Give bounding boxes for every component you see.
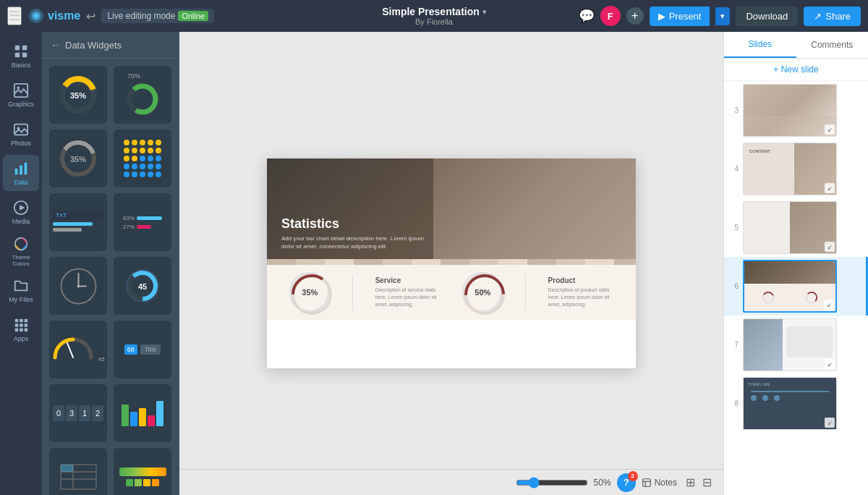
zoom-slider[interactable] bbox=[516, 477, 588, 488]
stat-block-1: 35% bbox=[289, 272, 330, 313]
canvas-area[interactable]: Statistics Add your bar chart detail des… bbox=[179, 32, 723, 495]
share-button[interactable]: ↗ Share bbox=[804, 7, 861, 26]
svg-rect-23 bbox=[15, 328, 19, 331]
data-icon bbox=[13, 161, 29, 177]
widgets-panel: ← Data Widgets 35% 70% bbox=[42, 32, 179, 495]
sidebar-item-graphics[interactable]: Graphics bbox=[3, 77, 39, 113]
slide-thumb-row-6[interactable]: 6 ↙ bbox=[724, 257, 868, 316]
widget-donut-gray[interactable]: 35% bbox=[49, 130, 107, 187]
stat-desc-1: Description of service stats here. Lorem… bbox=[375, 287, 441, 308]
widget-progress-text[interactable]: TXT bbox=[49, 193, 107, 251]
sidebar-item-basics[interactable]: Basics bbox=[3, 38, 39, 74]
slide-export-icon-4: ↙ bbox=[825, 183, 835, 193]
slide-top-section: Statistics Add your bar chart detail des… bbox=[267, 158, 636, 259]
widget-clock[interactable] bbox=[49, 257, 107, 315]
title-chevron-icon[interactable]: ▾ bbox=[482, 8, 486, 16]
present-options-button[interactable]: ▾ bbox=[715, 7, 730, 25]
present-label: Present bbox=[669, 11, 702, 22]
grid-view-button[interactable]: ⊞ bbox=[683, 474, 698, 491]
svg-rect-22 bbox=[25, 323, 28, 327]
tab-comments[interactable]: Comments bbox=[796, 32, 869, 58]
slide-description: Add your bar chart detail description he… bbox=[281, 234, 426, 250]
svg-text:35%: 35% bbox=[70, 155, 86, 164]
slide-thumb-5[interactable]: ↙ bbox=[743, 201, 837, 254]
app-subtitle: By Fiorella bbox=[415, 17, 453, 26]
slide-num-8: 8 bbox=[728, 399, 739, 407]
topbar-right: 💬 F + ▶ Present ▾ Download ↗ Share bbox=[579, 6, 861, 26]
new-slide-button[interactable]: + New slide bbox=[724, 59, 868, 81]
apps-label: Apps bbox=[14, 335, 29, 342]
slide-num-7: 7 bbox=[728, 341, 739, 349]
sidebar-item-photos[interactable]: Photos bbox=[3, 116, 39, 152]
slide-num-4: 4 bbox=[728, 165, 739, 173]
live-mode-text: Live editing mode bbox=[107, 11, 175, 21]
present-button[interactable]: ▶ Present bbox=[650, 7, 710, 26]
slide-thumb-6[interactable]: ↙ bbox=[743, 260, 837, 313]
slide-num-3: 3 bbox=[728, 106, 739, 114]
svg-rect-18 bbox=[20, 318, 23, 322]
widget-gauge-meter[interactable]: 45 bbox=[49, 321, 107, 378]
svg-rect-5 bbox=[15, 52, 20, 56]
topbar-center: Simple Presentation ▾ By Fiorella bbox=[382, 6, 486, 26]
widget-stat-title[interactable]: 68 Title bbox=[114, 321, 171, 378]
list-view-button[interactable]: ⊟ bbox=[699, 474, 715, 491]
widget-grid-dots[interactable] bbox=[114, 130, 171, 187]
stat-label-1: Service bbox=[375, 276, 441, 284]
slide-canvas[interactable]: Statistics Add your bar chart detail des… bbox=[267, 158, 636, 368]
sidebar-item-apps[interactable]: Apps bbox=[3, 311, 39, 347]
counter-display: 0 3 1 2 bbox=[53, 405, 103, 421]
my-files-icon bbox=[13, 278, 29, 294]
download-button[interactable]: Download bbox=[736, 7, 798, 26]
svg-text:35%: 35% bbox=[70, 91, 86, 100]
bottom-bar: 50% ? 2 Notes ⊞ ⊟ bbox=[179, 469, 723, 495]
slide-thumb-8[interactable]: TIMELINE ↙ bbox=[743, 377, 837, 430]
slide-export-icon-5: ↙ bbox=[825, 242, 835, 252]
sidebar-item-my-files[interactable]: My Files bbox=[3, 272, 39, 308]
topbar: ☰ visme ↩ Live editing mode Online Simpl… bbox=[0, 0, 868, 32]
slide-thumb-3[interactable]: ↙ bbox=[743, 84, 837, 137]
graphics-icon bbox=[13, 82, 29, 98]
slide-thumb-row-8[interactable]: 8 TIMELINE ↙ bbox=[724, 374, 868, 433]
svg-marker-15 bbox=[20, 205, 25, 210]
widget-counter[interactable]: 0 3 1 2 bbox=[49, 384, 107, 442]
thumb-circle-1 bbox=[762, 291, 775, 304]
sidebar-item-theme-colors[interactable]: Theme Colors bbox=[3, 233, 39, 269]
tab-slides[interactable]: Slides bbox=[724, 32, 796, 58]
widget-gradient-bar[interactable] bbox=[114, 448, 171, 495]
svg-point-2 bbox=[34, 14, 38, 18]
media-icon bbox=[13, 200, 29, 216]
slide-thumb-row-5[interactable]: 5 ↙ bbox=[724, 198, 868, 257]
circular-gauge-icon: 45 bbox=[121, 264, 164, 308]
slide-export-icon-8: ↙ bbox=[825, 418, 835, 428]
comment-button[interactable]: 💬 bbox=[579, 8, 595, 24]
slide-title: Statistics bbox=[281, 216, 426, 232]
slide-thumb-row-3[interactable]: 3 ↙ bbox=[724, 81, 868, 140]
widgets-header[interactable]: ← Data Widgets bbox=[42, 32, 179, 59]
sidebar-item-media[interactable]: Media bbox=[3, 194, 39, 230]
help-button[interactable]: ? 2 bbox=[617, 473, 636, 492]
slides-list: 3 ↙ 4 CONTENT ↙ 5 ↙ bbox=[724, 81, 868, 495]
widget-table[interactable] bbox=[49, 448, 107, 495]
undo-button[interactable]: ↩ bbox=[86, 9, 95, 23]
menu-button[interactable]: ☰ bbox=[7, 7, 22, 25]
my-files-label: My Files bbox=[9, 296, 33, 303]
widget-colored-bars[interactable] bbox=[114, 384, 171, 442]
svg-line-42 bbox=[67, 343, 73, 358]
widget-donut-green[interactable]: 70% bbox=[114, 66, 171, 124]
slide-thumb-row-4[interactable]: 4 CONTENT ↙ bbox=[724, 140, 868, 198]
sidebar-item-data[interactable]: Data bbox=[3, 155, 39, 191]
widget-circular-gauge[interactable]: 45 bbox=[114, 257, 171, 315]
add-collaborator-button[interactable]: + bbox=[626, 7, 644, 25]
slide-thumb-4[interactable]: CONTENT ↙ bbox=[743, 143, 837, 195]
thumb-circle-2 bbox=[805, 291, 818, 304]
slide-thumb-row-7[interactable]: 7 ↙ bbox=[724, 316, 868, 374]
slide-export-icon-3: ↙ bbox=[825, 124, 835, 135]
slide-lines bbox=[267, 259, 636, 265]
notes-button[interactable]: Notes bbox=[642, 478, 677, 488]
logo: visme bbox=[27, 7, 80, 25]
slide-thumb-7[interactable]: ↙ bbox=[743, 318, 837, 371]
widget-donut-yellow[interactable]: 35% bbox=[49, 66, 107, 124]
svg-text:45: 45 bbox=[138, 282, 147, 291]
live-mode-badge: Live editing mode Online bbox=[101, 9, 214, 23]
widget-percentage-bars[interactable]: 63% 27% bbox=[114, 193, 171, 251]
